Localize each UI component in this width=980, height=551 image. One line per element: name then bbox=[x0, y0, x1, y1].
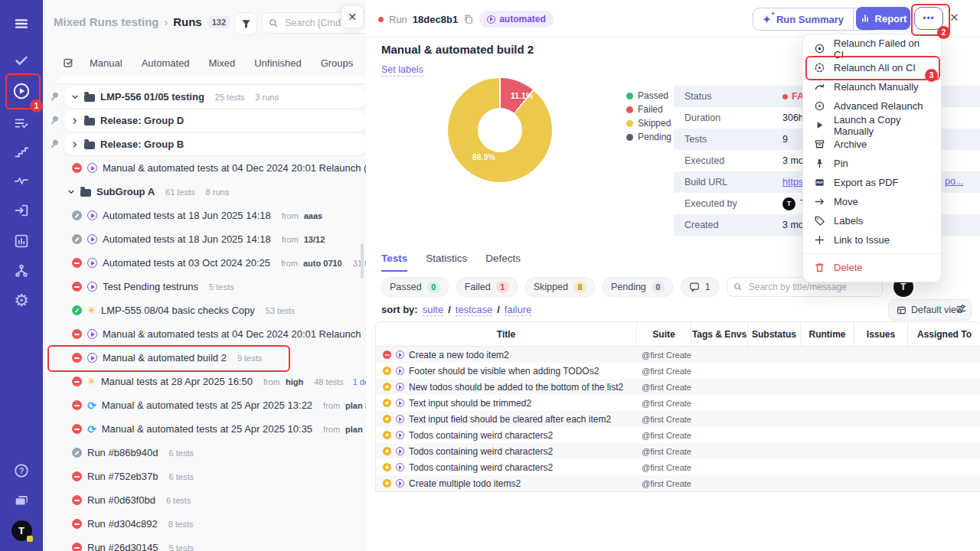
run-row[interactable]: Automated tests at 18 Jun 2025 14:18 fro… bbox=[46, 227, 367, 251]
activity-pulse-icon[interactable] bbox=[0, 168, 43, 194]
tab-automated[interactable]: Automated bbox=[142, 57, 190, 69]
run-row[interactable]: LMP-555 08/04 basic checks Copy 53 tests bbox=[46, 298, 367, 322]
run-row[interactable]: Manual & automated tests at 04 Dec 2024 … bbox=[46, 322, 367, 346]
scrollbar-thumb[interactable] bbox=[361, 243, 364, 279]
run-defects-count[interactable]: 1 defects bbox=[353, 377, 367, 386]
hamburger-menu-icon[interactable] bbox=[0, 11, 43, 37]
chip-comments[interactable]: 1 bbox=[681, 277, 719, 297]
build-url-link-end[interactable]: po... bbox=[945, 176, 963, 187]
table-row[interactable]: Todos containing weird characters2 @firs… bbox=[376, 459, 980, 475]
menu-item-labels[interactable]: Labels bbox=[803, 211, 941, 230]
branches-icon[interactable] bbox=[0, 258, 43, 284]
panel-close-button[interactable]: ✕ bbox=[341, 6, 363, 28]
menu-item-relaunch-manually[interactable]: Relaunch Manually bbox=[803, 77, 941, 96]
run-row[interactable]: Automated tests at 03 Oct 2024 20:25 fro… bbox=[46, 251, 367, 275]
chip-failed[interactable]: Failed1 bbox=[456, 277, 518, 297]
import-run-icon[interactable] bbox=[0, 197, 43, 223]
menu-item-relaunch-failed-ci[interactable]: Relaunch Failed on CI bbox=[803, 39, 941, 58]
run-row[interactable]: Run #26d30145 5 tests bbox=[46, 536, 367, 551]
tab-groups[interactable]: Groups bbox=[321, 57, 354, 69]
chevron-down-icon[interactable] bbox=[71, 93, 79, 101]
col-issues[interactable]: Issues bbox=[854, 322, 908, 346]
projects-icon[interactable] bbox=[0, 487, 43, 514]
run-row[interactable]: Run #0d63f0bd 6 tests bbox=[46, 488, 367, 512]
sort-testcase-link[interactable]: testcase bbox=[456, 304, 492, 316]
user-avatar[interactable]: T bbox=[0, 517, 43, 543]
run-tests-count: 5 tests bbox=[169, 543, 194, 551]
group-row[interactable]: Release: Group B bbox=[46, 132, 367, 156]
tab-mixed[interactable]: Mixed bbox=[209, 57, 236, 69]
chevron-right-icon[interactable] bbox=[71, 117, 79, 125]
run-row[interactable]: Manual & automated tests at 04 Dec 2024 … bbox=[46, 156, 367, 180]
run-row[interactable]: Run #b86b940d 6 tests bbox=[46, 441, 367, 465]
group-name: Release: Group D bbox=[100, 115, 184, 126]
chip-skipped[interactable]: Skipped8 bbox=[525, 277, 595, 297]
menu-item-move[interactable]: Move bbox=[803, 192, 941, 211]
report-button[interactable]: Report bbox=[856, 7, 910, 30]
run-row[interactable]: Automated tests at 18 Jun 2025 14:18 fro… bbox=[46, 204, 367, 227]
menu-item-export-pdf[interactable]: PDF Export as PDF bbox=[803, 173, 941, 192]
run-row[interactable]: Manual & automated tests at 25 Apr 2025 … bbox=[46, 417, 367, 441]
table-row[interactable]: Create multiple todo items2 @first Creat… bbox=[376, 475, 980, 491]
tab-manual[interactable]: Manual bbox=[90, 57, 122, 69]
col-suite[interactable]: Suite bbox=[637, 322, 691, 346]
column-settings-icon[interactable] bbox=[956, 303, 967, 315]
table-row[interactable]: Create a new todo item2 @first Create ..… bbox=[376, 347, 980, 363]
sort-suite-link[interactable]: suite bbox=[423, 304, 443, 316]
col-substatus[interactable]: Substatus bbox=[748, 322, 801, 346]
chevron-right-icon[interactable] bbox=[71, 141, 79, 148]
col-runtime[interactable]: Runtime bbox=[801, 322, 854, 346]
filter-button[interactable] bbox=[234, 12, 257, 35]
checklist-icon[interactable] bbox=[0, 110, 43, 136]
table-row[interactable]: Todos containing weird characters2 @firs… bbox=[376, 443, 980, 459]
run-row[interactable]: Run #752eb37b 6 tests bbox=[46, 465, 367, 488]
col-title[interactable]: Title bbox=[376, 322, 637, 346]
tab-statistics[interactable]: Statistics bbox=[426, 253, 467, 272]
close-run-button[interactable]: ✕ bbox=[949, 11, 959, 24]
subgroup-row[interactable]: SubGroup A 61 tests 8 runs bbox=[46, 180, 367, 204]
chip-pending[interactable]: Pending0 bbox=[603, 277, 673, 297]
run-row-selected[interactable]: Manual & automated build 2 9 tests bbox=[46, 346, 367, 370]
col-tags-envs[interactable]: Tags & Envs bbox=[691, 322, 748, 346]
select-all-icon[interactable] bbox=[63, 57, 75, 69]
settings-gear-icon[interactable]: ⚙ bbox=[0, 288, 43, 314]
set-labels-link[interactable]: Set labels bbox=[381, 64, 423, 77]
chevron-down-icon[interactable] bbox=[67, 188, 75, 196]
run-row[interactable]: Test Pending testruns 5 tests bbox=[46, 275, 367, 298]
group-name: SubGroup A bbox=[96, 186, 155, 197]
menu-item-advanced-relaunch[interactable]: Advanced Relaunch bbox=[803, 96, 941, 116]
table-row[interactable]: Todos containing weird characters2 @firs… bbox=[376, 427, 980, 443]
menu-item-launch-copy[interactable]: Launch a Copy Manually bbox=[803, 116, 941, 135]
breadcrumb-project[interactable]: Mixed Runs testing bbox=[54, 15, 159, 28]
run-row[interactable]: Run #d304c892 8 tests bbox=[46, 512, 367, 536]
menu-item-archive[interactable]: Archive bbox=[803, 135, 941, 154]
group-row[interactable]: Release: Group D bbox=[46, 109, 367, 132]
tab-defects[interactable]: Defects bbox=[485, 253, 521, 272]
menu-item-link-to-issue[interactable]: Link to Issue bbox=[803, 230, 941, 249]
table-row[interactable]: Text input field should be cleared after… bbox=[376, 411, 980, 427]
tests-search-input[interactable] bbox=[747, 281, 876, 293]
automated-icon bbox=[396, 415, 404, 423]
col-assigned-to[interactable]: Assigned To bbox=[908, 322, 980, 346]
tab-unfinished[interactable]: Unfinished bbox=[254, 57, 301, 69]
chip-passed[interactable]: Passed0 bbox=[381, 277, 449, 297]
copy-icon[interactable] bbox=[463, 14, 474, 24]
run-row[interactable]: Manual tests at 28 Apr 2025 16:50 from h… bbox=[46, 370, 367, 393]
tasks-check-icon[interactable] bbox=[0, 47, 43, 73]
partial-row bbox=[57, 77, 366, 83]
menu-item-pin[interactable]: Pin bbox=[803, 154, 941, 173]
analytics-icon[interactable] bbox=[0, 228, 43, 254]
group-row[interactable]: LMP-556 01/05 testing 25 tests 3 runs bbox=[46, 85, 367, 109]
menu-item-relaunch-all-ci[interactable]: Relaunch All on CI bbox=[803, 58, 941, 77]
sort-failure-link[interactable]: failure bbox=[505, 304, 531, 316]
steps-icon[interactable] bbox=[0, 139, 43, 165]
help-icon[interactable]: ? bbox=[0, 458, 43, 484]
menu-item-delete[interactable]: Delete bbox=[803, 258, 941, 277]
table-row[interactable]: Text input should be trimmed2 @first Cre… bbox=[376, 395, 980, 411]
from-label: from bbox=[282, 211, 299, 220]
tab-tests[interactable]: Tests bbox=[381, 253, 407, 272]
table-row[interactable]: Footer should be visible when adding TOD… bbox=[376, 363, 980, 379]
more-actions-button[interactable]: ••• bbox=[914, 7, 943, 30]
table-row[interactable]: New todos should be added to the bottom … bbox=[376, 379, 980, 395]
run-row[interactable]: Manual & automated tests at 25 Apr 2025 … bbox=[46, 393, 367, 417]
